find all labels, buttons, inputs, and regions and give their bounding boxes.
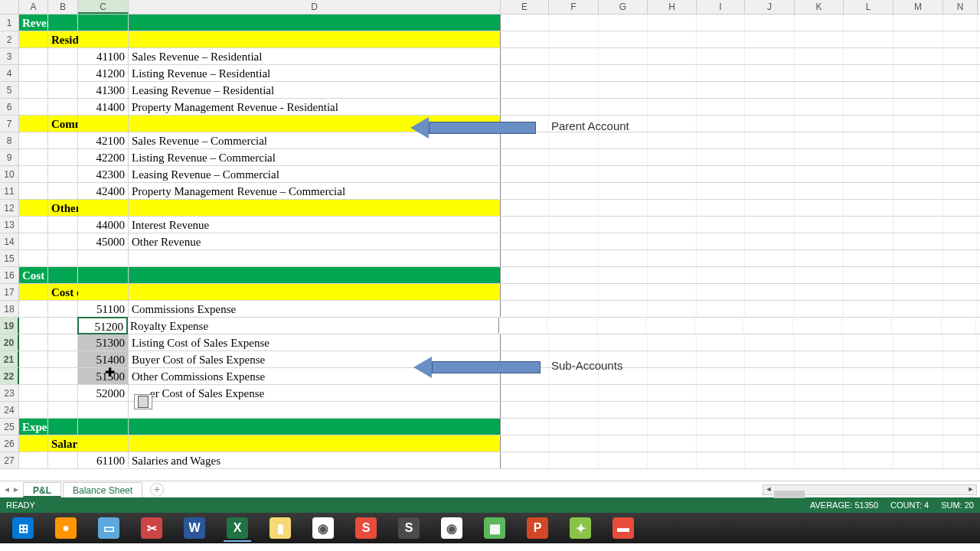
cell-A14[interactable] [19,233,48,249]
cell-D18[interactable]: Commissions Expense [129,301,501,317]
row-header-18[interactable]: 18 [0,301,19,317]
cell-E15[interactable] [501,250,549,266]
cell-M21[interactable] [893,351,943,367]
cell-H25[interactable] [648,419,697,435]
cell-C6[interactable]: 41400 [78,99,129,115]
cell-K17[interactable] [795,284,844,300]
cell-M7[interactable] [893,116,943,132]
add-sheet-button[interactable]: + [150,483,164,497]
row-header-2[interactable]: 2 [0,31,19,47]
cell-G15[interactable] [599,250,648,266]
cell-I20[interactable] [697,334,745,350]
cell-M9[interactable] [893,149,943,165]
cell-I18[interactable] [697,301,745,317]
cell-H21[interactable] [648,351,697,367]
cell-A17[interactable] [19,284,48,300]
row-header-9[interactable]: 9 [0,149,19,165]
cell-A18[interactable] [19,301,48,317]
tab-pl[interactable]: P&L [23,482,61,497]
row-header-23[interactable]: 23 [0,385,19,401]
cell-D14[interactable]: Other Revenue [129,233,501,249]
cell-B25[interactable] [48,419,78,435]
cell-E9[interactable] [501,149,549,165]
cell-B10[interactable] [48,166,78,182]
cell-C1[interactable] [78,15,129,31]
cell-B16[interactable] [48,267,78,283]
cell-N12[interactable] [943,200,978,216]
cell-E14[interactable] [501,233,549,249]
cell-E2[interactable] [501,31,549,47]
cell-B27[interactable] [48,452,78,468]
cell-F14[interactable] [549,233,599,249]
cell-A9[interactable] [19,149,48,165]
cell-G13[interactable] [599,217,648,233]
cell-K9[interactable] [795,149,844,165]
cell-N10[interactable] [943,166,978,182]
cell-M2[interactable] [893,31,943,47]
cell-I14[interactable] [697,233,745,249]
cell-I21[interactable] [697,351,745,367]
cell-M14[interactable] [893,233,943,249]
row-header-26[interactable]: 26 [0,435,19,452]
cell-N2[interactable] [943,31,978,47]
cell-J2[interactable] [745,31,795,47]
cell-B19[interactable] [48,318,78,334]
cell-B3[interactable] [48,48,78,64]
cell-K1[interactable] [795,15,844,31]
row-header-16[interactable]: 16 [0,267,19,283]
cell-D6[interactable]: Property Management Revenue - Residentia… [129,99,501,115]
cell-H7[interactable] [648,116,697,132]
cell-M11[interactable] [893,183,943,199]
taskbar-excel[interactable]: X [217,514,257,542]
cell-K21[interactable] [795,351,844,367]
cell-J4[interactable] [745,65,795,81]
cell-F19[interactable] [547,318,597,334]
cell-J22[interactable] [745,368,795,384]
cell-J19[interactable] [743,318,793,334]
cell-G12[interactable] [599,200,648,216]
cell-G10[interactable] [599,166,648,182]
cell-B21[interactable] [48,351,78,367]
cell-C24[interactable] [78,402,129,418]
cell-K7[interactable] [795,116,844,132]
cell-I11[interactable] [697,183,745,199]
cell-L6[interactable] [844,99,893,115]
cell-D20[interactable]: Listing Cost of Sales Expense [129,334,501,350]
cell-G16[interactable] [599,267,648,283]
cell-D19[interactable]: Royalty Expense [127,318,499,334]
cell-C10[interactable]: 42300 [78,166,129,182]
cell-J3[interactable] [745,48,795,64]
cell-N7[interactable] [943,116,978,132]
cell-L5[interactable] [844,82,893,98]
taskbar-sublime[interactable]: S [389,514,429,542]
cell-L8[interactable] [844,132,893,148]
cell-J25[interactable] [745,419,795,435]
col-header-M[interactable]: M [893,0,943,14]
col-header-B[interactable]: B [48,0,78,14]
cell-M12[interactable] [893,200,943,216]
taskbar-app2[interactable]: ▦ [475,514,514,542]
cell-K8[interactable] [795,132,844,148]
col-header-J[interactable]: J [745,0,795,14]
cell-A4[interactable] [19,65,48,81]
cell-N18[interactable] [943,301,978,317]
row-header-22[interactable]: 22 [0,368,19,384]
cell-B23[interactable] [48,385,78,401]
cell-F2[interactable] [549,31,599,47]
cell-I24[interactable] [697,402,745,418]
cell-M16[interactable] [893,267,943,283]
taskbar-chrome2[interactable]: ◉ [432,514,472,542]
cell-C16[interactable] [78,267,129,283]
cell-D12[interactable] [129,200,501,216]
cell-J23[interactable] [745,385,795,401]
cell-L4[interactable] [844,65,893,81]
cell-F12[interactable] [549,200,599,216]
cell-H14[interactable] [648,233,697,249]
cell-C23[interactable]: 52000 [78,385,129,401]
cell-F27[interactable] [549,452,599,468]
cell-A3[interactable] [19,48,48,64]
cell-E3[interactable] [501,48,549,64]
cell-A26[interactable] [19,435,48,452]
cell-F26[interactable] [549,435,599,452]
cell-M8[interactable] [893,132,943,148]
